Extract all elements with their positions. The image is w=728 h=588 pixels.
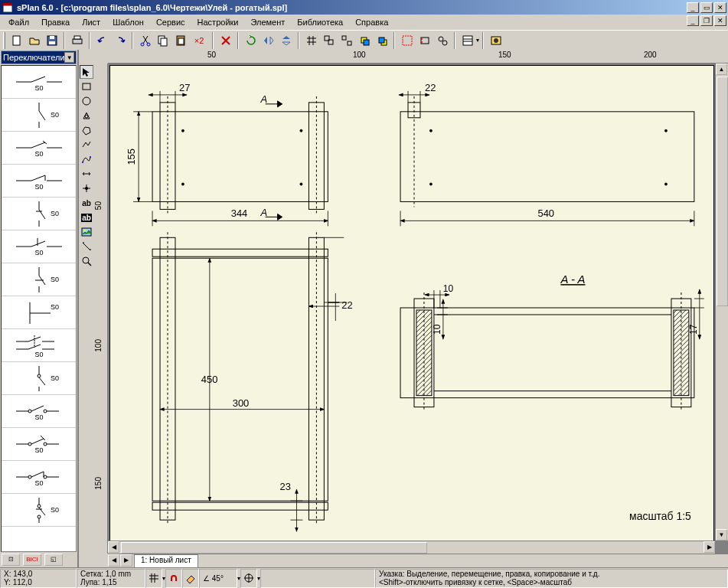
snap-toggle-icon[interactable] [165,569,182,588]
svg-point-117 [90,156,91,158]
menu-template[interactable]: Шаблон [107,16,149,28]
library-item[interactable]: S0 [2,362,76,395]
library-item[interactable]: S0 [2,263,76,296]
svg-line-83 [39,377,45,385]
pointer-tool[interactable] [80,65,93,79]
flip-h-button[interactable] [260,32,277,49]
mdi-close[interactable]: ✕ [714,15,726,26]
menu-element[interactable]: Элемент [245,16,290,28]
ungroup-button[interactable] [338,32,355,49]
svg-rect-174 [152,502,328,510]
paste-duplicate-button[interactable]: ×2 [189,32,209,49]
text-tool[interactable]: ab [80,196,93,210]
menu-file[interactable]: Файл [3,16,34,28]
rect-tool[interactable] [80,80,93,93]
library-item[interactable]: S0 [2,428,76,461]
delete-button[interactable] [217,32,234,49]
paste-button[interactable] [171,32,189,49]
minimize-button[interactable]: _ [687,2,699,13]
svg-text:10: 10 [432,324,442,335]
tab-next-button[interactable]: ▶ [120,554,132,567]
menu-settings[interactable]: Настройки [192,16,244,28]
line-tool[interactable] [80,138,93,152]
svg-line-38 [31,77,45,82]
undo-button[interactable] [93,32,111,49]
library-selector[interactable]: Переключатели ▼ [1,51,77,64]
to-front-button[interactable] [355,32,373,49]
menu-service[interactable]: Сервис [151,16,191,28]
dropdown-arrow-icon[interactable]: ▼ [64,52,74,63]
mdi-restore[interactable]: ❐ [700,15,713,26]
properties-button[interactable] [459,32,476,49]
canvas[interactable]: 27 155 [108,64,728,554]
save-button[interactable] [43,32,60,49]
rubber-toggle-icon[interactable] [182,569,199,588]
open-button[interactable] [25,32,43,49]
close-button[interactable]: ✕ [714,2,726,13]
svg-point-93 [28,443,31,446]
library-item[interactable]: S0 [2,165,76,198]
tab-prev-button[interactable]: ◀ [108,554,120,567]
group-button[interactable] [320,32,338,49]
library-item[interactable]: S0 [2,461,76,494]
mdi-minimize[interactable]: _ [687,15,699,26]
library-selected-name: Переключатели [3,53,64,62]
grid-toggle-icon[interactable] [145,569,162,588]
viewer-button[interactable] [487,32,504,49]
rotate-button[interactable] [242,32,260,49]
menu-help[interactable]: Справка [350,16,393,28]
copy-button[interactable] [154,32,171,49]
menu-sheet[interactable]: Лист [77,16,106,28]
new-button[interactable] [8,32,25,49]
svg-point-121 [85,187,88,190]
svg-text:155: 155 [126,149,137,165]
lib-toggle-icon[interactable]: ◱ [44,554,63,566]
dimension-tool[interactable] [80,167,93,181]
library-item[interactable]: S0 [2,329,76,362]
polygon-tool[interactable] [80,123,93,137]
node-tool[interactable] [80,181,93,195]
print-button[interactable] [68,32,86,49]
text-block-tool[interactable]: ab [80,211,93,224]
library-item[interactable]: S0 [2,66,76,99]
status-angle[interactable]: ∠ 45° [199,569,237,588]
cut-button[interactable] [136,32,154,49]
library-item[interactable]: S0 [2,99,76,132]
select-rect-button[interactable] [398,32,416,49]
flip-v-button[interactable] [277,32,295,49]
library-item[interactable]: S0 [2,494,76,527]
circle-tool[interactable] [80,94,93,108]
svg-point-133 [181,129,184,132]
library-item[interactable]: S0 [2,132,76,165]
lib-edit-icon[interactable]: BICI [23,554,41,566]
scale-label: масштаб 1:5 [629,510,691,522]
redo-button[interactable] [111,32,129,49]
maximize-button[interactable]: ▭ [700,2,713,13]
special-tool[interactable] [80,109,93,122]
origin-toggle-icon[interactable] [240,569,257,588]
library-item[interactable]: S0 [2,198,76,230]
sheet-tab[interactable]: 1: Новый лист [134,554,198,567]
scrollbar-horizontal[interactable]: ◀ ▶ [108,541,715,554]
search-button[interactable] [433,32,451,49]
library-item[interactable]: S0 [2,230,76,263]
library-item[interactable]: S0 [2,296,76,329]
snap-grid-button[interactable] [302,32,320,49]
measure-tool[interactable] [80,240,93,253]
scrollbar-vertical[interactable]: ▲ ▼ [715,64,728,541]
svg-point-159 [664,129,667,132]
to-back-button[interactable] [373,32,390,49]
bezier-tool[interactable] [80,152,93,166]
library-item[interactable]: S0 [2,395,76,428]
menu-library[interactable]: Библиотека [292,16,348,28]
lib-zoom-fit-icon[interactable]: ⊡ [2,554,20,566]
svg-line-42 [39,111,45,120]
magnet-button[interactable] [416,32,433,49]
svg-text:S0: S0 [34,351,43,358]
svg-line-128 [88,263,91,266]
statusbar: X: 143,0 Y: 112,0 Сетка: 1,0 mm Лупа: 1,… [0,567,728,588]
svg-point-31 [442,41,447,45]
menu-edit[interactable]: Правка [36,16,75,28]
image-tool[interactable] [80,225,93,239]
zoom-tool[interactable] [80,254,93,268]
